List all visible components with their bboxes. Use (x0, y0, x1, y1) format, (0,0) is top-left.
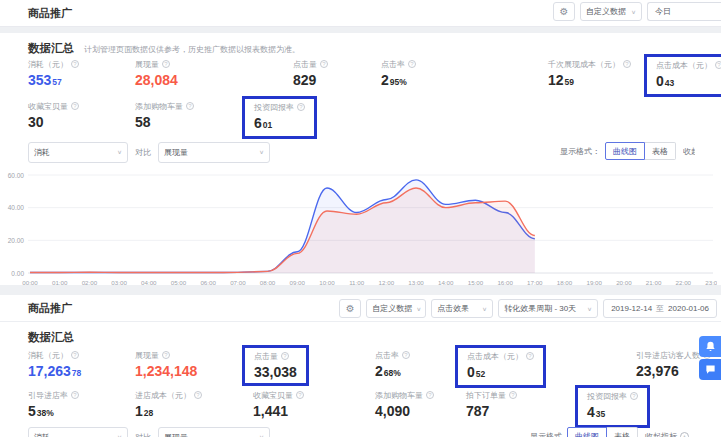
info-icon[interactable]: ? (408, 60, 416, 68)
metric-value: 58 (135, 115, 194, 129)
compare-value: 展现量 (164, 147, 188, 158)
metric: 展现量?28,084 (135, 59, 178, 87)
info-icon[interactable]: ? (715, 61, 721, 69)
info-icon[interactable]: ? (320, 60, 328, 68)
metric: 拍下订单量?787 (466, 390, 517, 418)
info-icon[interactable]: ? (281, 352, 289, 360)
collapse-label: 收起指标 (645, 431, 677, 437)
info-icon[interactable]: ? (426, 391, 434, 399)
metric-cell: 投资回报率?435 (586, 390, 721, 428)
table-toggle[interactable]: 表格 (645, 142, 676, 160)
info-icon[interactable]: ? (623, 60, 631, 68)
info-icon[interactable]: ? (71, 351, 79, 359)
curve-chart-toggle[interactable]: 曲线图 (605, 142, 645, 160)
svg-text:20:00: 20:00 (616, 279, 632, 285)
custom-data-dropdown[interactable]: 自定义数据 ∨ (366, 299, 426, 318)
page-title: 商品推广 (28, 6, 72, 21)
metric: 点击率?295% (381, 59, 416, 89)
metric-cell: 点击成本（元）?052 (466, 350, 636, 388)
metric-value: 128 (135, 404, 202, 420)
metric: 添加购物车量?4,090 (375, 390, 434, 418)
settings-button[interactable]: ⚙ (339, 299, 361, 318)
svg-text:10:00: 10:00 (319, 279, 335, 285)
metric-cell: 展现量?1,234,148 (135, 350, 253, 388)
svg-text:21:00: 21:00 (646, 279, 662, 285)
metric-value: 消耗 (34, 147, 50, 158)
metric-label: 拍下订单量? (466, 390, 517, 401)
info-icon[interactable]: ? (526, 352, 534, 360)
metric-value: 28,084 (135, 73, 178, 87)
metric-label: 展现量? (135, 59, 178, 70)
collapse-metrics-link[interactable]: 收起指标 ∧ (645, 431, 689, 437)
metric: 展现量?1,234,148 (135, 350, 197, 378)
date-separator: 至 (656, 303, 664, 314)
metric-label: 点击量? (254, 351, 297, 362)
date-range-picker[interactable]: 2019-12-14 至 2020-01-06 (603, 299, 717, 318)
metric: 进店成本（元）?128 (135, 390, 202, 420)
svg-text:20.00: 20.00 (8, 237, 25, 244)
effect-dropdown[interactable]: 点击效果 ∨ (431, 299, 493, 318)
compare-dropdown[interactable]: 展现量 ∨ (158, 142, 270, 163)
metric-label: 收藏宝贝量? (253, 390, 304, 401)
metric-cell: 消耗（元）?17,26378 (28, 350, 135, 388)
topbar-panel-bottom: 商品推广 ⚙ 自定义数据 ∨ 点击效果 ∨ 转化效果周期 - 30天 ∨ 201… (0, 295, 721, 322)
date-end: 2020-01-06 (668, 304, 709, 313)
date-value: 今日 (655, 6, 671, 17)
info-icon[interactable]: ? (194, 391, 202, 399)
metric: 消耗（元）?35357 (28, 59, 79, 89)
topbar-panel-top: 商品推广 ⚙ 自定义数据 ∨ 今日 (0, 0, 721, 27)
info-icon[interactable]: ? (71, 391, 79, 399)
svg-text:08:00: 08:00 (260, 279, 276, 285)
custom-data-dropdown[interactable]: 自定义数据 ∨ (580, 2, 642, 21)
conversion-cycle-dropdown[interactable]: 转化效果周期 - 30天 ∨ (498, 299, 598, 318)
collapse-metrics-link[interactable]: 收起指标 (683, 146, 695, 157)
metric-value: 435 (587, 405, 638, 421)
svg-text:12:00: 12:00 (379, 279, 395, 285)
notification-button[interactable] (699, 336, 721, 357)
info-icon[interactable]: ? (71, 102, 79, 110)
metric-dropdown[interactable]: 消耗 ∨ (28, 142, 128, 163)
info-icon[interactable]: ? (71, 60, 79, 68)
metric: 点击率?268% (375, 350, 410, 380)
svg-text:16:00: 16:00 (497, 279, 513, 285)
info-icon[interactable]: ? (630, 392, 638, 400)
display-format-label: 显示格式： (560, 146, 600, 157)
settings-button[interactable]: ⚙ (553, 2, 575, 21)
line-chart: 0.0020.0040.0060.0000:0001:0002:0003:000… (0, 165, 721, 285)
info-icon[interactable]: ? (402, 351, 410, 359)
svg-text:18:00: 18:00 (557, 279, 573, 285)
svg-text:04:00: 04:00 (141, 279, 157, 285)
metric-label: 添加购物车量? (135, 101, 194, 112)
bell-icon (705, 341, 716, 352)
metric-dropdown[interactable]: 消耗 ∨ (28, 427, 128, 437)
date-start: 2019-12-14 (611, 304, 652, 313)
date-picker[interactable]: 今日 (647, 2, 721, 21)
metric-cell: 展现量?28,084 (135, 59, 293, 97)
info-icon[interactable]: ? (297, 103, 305, 111)
info-icon[interactable]: ? (162, 351, 170, 359)
metrics-row-2-bottom: 引导进店率?538%进店成本（元）?128收藏宝贝量?1,441添加购物车量?4… (28, 390, 721, 422)
topbar-controls-bottom: ⚙ 自定义数据 ∨ 点击效果 ∨ 转化效果周期 - 30天 ∨ 2019-12-… (339, 299, 717, 318)
compare-dropdown[interactable]: 展现量 ∨ (158, 427, 270, 437)
metric-value: 消耗 (34, 432, 50, 437)
svg-text:23:00: 23:00 (705, 279, 717, 285)
highlighted-metric: 投资回报率?601 (242, 96, 317, 139)
info-icon[interactable]: ? (186, 102, 194, 110)
table-toggle[interactable]: 表格 (607, 427, 638, 437)
svg-text:06:00: 06:00 (200, 279, 216, 285)
metric-value: 295% (381, 73, 416, 89)
metric-cell: 点击率?268% (375, 350, 466, 388)
metric-value: 30 (28, 115, 79, 129)
metric-cell: 收藏宝贝量?1,441 (253, 390, 375, 428)
metric-cell: 消耗（元）?35357 (28, 59, 135, 97)
highlighted-metric: 点击量?33,038 (242, 345, 309, 386)
chevron-down-icon: ∨ (117, 149, 122, 155)
chat-button[interactable] (699, 359, 721, 380)
curve-chart-toggle[interactable]: 曲线图 (567, 427, 607, 437)
svg-text:19:00: 19:00 (586, 279, 602, 285)
gear-icon: ⚙ (560, 6, 569, 17)
info-icon[interactable]: ? (296, 391, 304, 399)
highlighted-metric: 投资回报率?435 (575, 385, 650, 428)
info-icon[interactable]: ? (162, 60, 170, 68)
info-icon[interactable]: ? (509, 391, 517, 399)
